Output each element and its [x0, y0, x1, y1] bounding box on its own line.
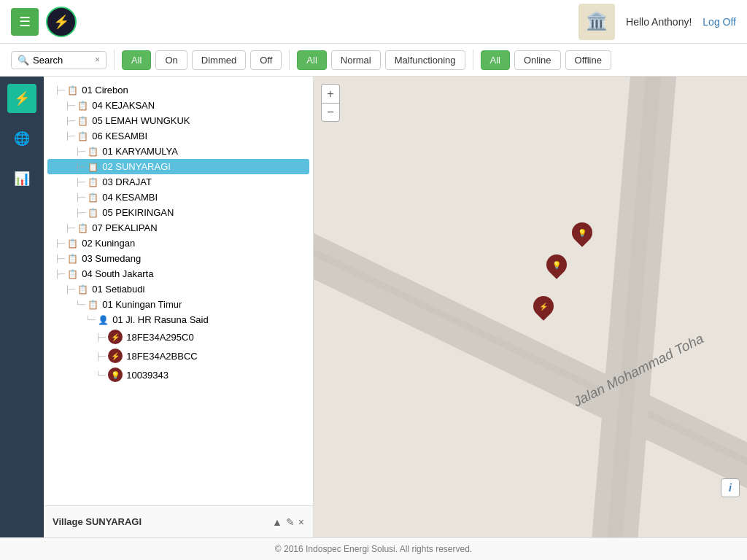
tree-item-01-kuningan-timur[interactable]: └─ 📋 01 Kuningan Timur: [47, 297, 309, 312]
zoom-out-button[interactable]: −: [321, 103, 340, 122]
search-clear-icon[interactable]: ×: [95, 55, 100, 65]
tree-label: 10039343: [126, 370, 169, 381]
book-icon: 📋: [77, 101, 88, 111]
sidebar-item-lightning[interactable]: ⚡: [7, 84, 36, 113]
bottom-edit-button[interactable]: ✎: [286, 516, 295, 528]
svg-text:🏛️: 🏛️: [586, 10, 608, 31]
tree-connector: ├─: [65, 132, 75, 140]
tree-item-06-kesambi[interactable]: ├─ 📋 06 KESAMBI: [47, 128, 309, 144]
tree-item-10039343[interactable]: └─ 💡 10039343: [47, 365, 309, 384]
filter-power-off[interactable]: Off: [250, 50, 282, 70]
tree-item-05-pekiringan[interactable]: ├─ 📋 05 PEKIRINGAN: [47, 205, 309, 220]
search-box: 🔍 ×: [11, 51, 107, 69]
menu-icon: ☰: [19, 14, 31, 30]
tree-connector: ├─: [65, 117, 75, 125]
topbar-left: ☰ ⚡: [11, 7, 77, 37]
book-icon: 📋: [88, 300, 98, 310]
bottom-close-button[interactable]: ×: [298, 516, 304, 528]
map-svg: Jalan Mohammad Toha: [314, 77, 747, 537]
book-icon: 📋: [77, 116, 88, 126]
map-panel: Jalan Mohammad Toha 💡 💡 ⚡: [314, 77, 747, 537]
pin-lamp-icon: 💡: [578, 228, 587, 236]
tree-item-01-cirebon[interactable]: ├─ 📋 01 Cirebon: [47, 82, 309, 98]
search-input[interactable]: [33, 55, 91, 66]
filter-power-on[interactable]: On: [155, 50, 187, 70]
filter-online-offline[interactable]: Offline: [565, 50, 611, 70]
book-icon: 📋: [67, 254, 78, 264]
lightning-icon: ⚡: [14, 90, 30, 106]
tree-item-01-karyamulya[interactable]: ├─ 📋 01 KARYAMULYA: [47, 144, 309, 159]
filter-power-dimmed[interactable]: Dimmed: [192, 50, 246, 70]
tree-item-01-setiabudi[interactable]: ├─ 📋 01 Setiabudi: [47, 281, 309, 297]
map-pin-3[interactable]: ⚡: [533, 296, 554, 316]
svg-text:⚡: ⚡: [53, 14, 70, 30]
bottom-up-button[interactable]: ▲: [272, 516, 282, 528]
tree-label: 01 Kuningan Timur: [102, 299, 182, 310]
tree-label: 06 KESAMBI: [92, 131, 147, 141]
tree-item-jl-hr-rasuna[interactable]: └─ 👤 01 Jl. HR Rasuna Said: [47, 312, 309, 327]
book-icon: 📋: [77, 284, 88, 295]
app-logo: ⚡: [46, 7, 77, 37]
menu-button[interactable]: ☰: [11, 8, 39, 36]
map-info-button[interactable]: i: [721, 478, 740, 497]
map-zoom-controls: + −: [321, 84, 340, 122]
tree-connector: └─: [85, 316, 96, 324]
book-icon: 📋: [88, 177, 98, 187]
tree-item-03-drajat[interactable]: ├─ 📋 03 DRAJAT: [47, 174, 309, 190]
tree-label: 18FE34A295C0: [126, 332, 194, 343]
tree-item-04-south-jakarta[interactable]: ├─ 📋 04 South Jakarta: [47, 266, 309, 281]
footer-text: © 2016 Indospec Energi Solusi. All right…: [275, 544, 472, 554]
book-icon: 📋: [88, 147, 98, 157]
book-icon: 📋: [77, 131, 88, 141]
filter-online-all[interactable]: All: [481, 50, 510, 70]
tree-label: 01 KARYAMULYA: [102, 146, 178, 157]
tree-item-02-kuningan[interactable]: ├─ 📋 02 Kuningan: [47, 236, 309, 251]
tree-label: 04 KESAMBI: [102, 192, 158, 203]
zoom-in-button[interactable]: +: [321, 84, 340, 103]
filter-sep-1: [114, 50, 115, 70]
filter-power-all[interactable]: All: [122, 50, 151, 70]
tree-item-18fe34a2bbcc[interactable]: ├─ ⚡ 18FE34A2BBCC: [47, 346, 309, 365]
bottom-panel: Village SUNYARAGI ▲ ✎ ×: [44, 505, 313, 537]
sidebar-item-chart[interactable]: 📊: [7, 164, 36, 193]
tree-connector: ├─: [75, 178, 85, 186]
tree-item-18fe34a295c0[interactable]: ├─ ⚡ 18FE34A295C0: [47, 327, 309, 346]
pin-bolt-icon: ⚡: [539, 302, 548, 310]
tree-label: 02 Kuningan: [82, 238, 135, 249]
tree-label: 04 South Jakarta: [82, 268, 153, 279]
book-icon: 📋: [88, 208, 98, 218]
tree-label: 04 KEJAKSAN: [92, 100, 155, 111]
filter-status-all[interactable]: All: [297, 50, 326, 70]
tree-label: 05 LEMAH WUNGKUK: [92, 115, 190, 126]
logoff-button[interactable]: Log Off: [703, 16, 736, 28]
tree-item-04-kesambi2[interactable]: ├─ 📋 04 KESAMBI: [47, 190, 309, 205]
filter-online-online[interactable]: Online: [514, 50, 561, 70]
filter-status-malfunctioning[interactable]: Malfunctioning: [385, 50, 465, 70]
tree-content: ├─ 📋 01 Cirebon ├─ 📋 04 KEJAKSAN ├─ 📋 05…: [44, 77, 313, 505]
device-lamp-icon: 💡: [108, 368, 123, 382]
sidebar-icons: ⚡ 🌐 📊: [0, 77, 44, 537]
tree-item-02-sunyaragi[interactable]: ├─ 📋 02 SUNYARAGI: [47, 159, 309, 174]
tree-item-07-pekalipan[interactable]: ├─ 📋 07 PEKALIPAN: [47, 220, 309, 236]
info-icon: i: [729, 482, 732, 494]
book-icon: 📋: [88, 192, 98, 203]
filter-status-normal[interactable]: Normal: [331, 50, 381, 70]
tree-item-04-kejaksan[interactable]: ├─ 📋 04 KEJAKSAN: [47, 98, 309, 113]
device-bolt-icon: ⚡: [108, 330, 123, 344]
main-content: ⚡ 🌐 📊 ├─ 📋 01 Cirebon ├─ 📋 04 KEJAKSAN: [0, 77, 747, 537]
book-icon: 📋: [67, 269, 78, 279]
tree-item-03-sumedang[interactable]: ├─ 📋 03 Sumedang: [47, 251, 309, 266]
tree-connector: ├─: [55, 270, 65, 278]
map-pin-1[interactable]: 💡: [572, 222, 592, 243]
tree-item-05-lemah-wungkuk[interactable]: ├─ 📋 05 LEMAH WUNGKUK: [47, 113, 309, 128]
tree-connector: ├─: [55, 86, 65, 94]
map-area[interactable]: Jalan Mohammad Toha 💡 💡 ⚡: [314, 77, 747, 537]
globe-icon: 🌐: [14, 131, 30, 147]
map-pin-2[interactable]: 💡: [546, 254, 567, 275]
bottom-panel-actions: ▲ ✎ ×: [272, 516, 304, 528]
tree-connector: ├─: [65, 285, 75, 293]
topbar-right: 🏛️ Hello Anthony! Log Off: [578, 4, 736, 40]
tree-connector: ├─: [75, 147, 85, 155]
sidebar-item-globe[interactable]: 🌐: [7, 124, 36, 153]
search-icon: 🔍: [18, 55, 29, 66]
